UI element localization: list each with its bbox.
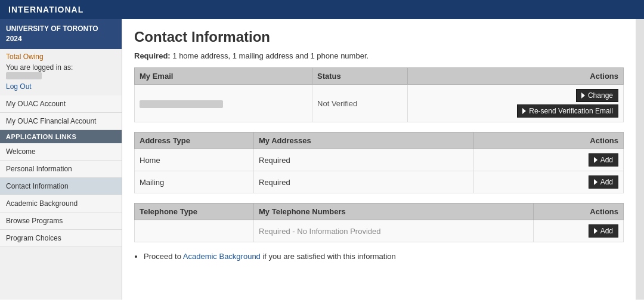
add-mailing-arrow-icon — [594, 179, 597, 185]
address-type-mailing: Mailing — [135, 171, 254, 193]
add-home-address-button[interactable]: Add — [589, 153, 618, 167]
change-email-button[interactable]: Change — [576, 89, 618, 102]
sidebar-section-header: APPLICATION LINKS — [0, 130, 122, 143]
sidebar-item-program-choices[interactable]: Program Choices — [0, 230, 122, 247]
address-actions-home: Add — [473, 149, 623, 171]
sidebar: UNIVERSITY OF TORONTO 2024 Total Owing Y… — [0, 19, 122, 300]
address-actions-mailing: Add — [473, 171, 623, 193]
user-name-blurred — [6, 72, 42, 79]
sidebar-item-contact-information[interactable]: Contact Information — [0, 178, 122, 195]
add-phone-button[interactable]: Add — [589, 224, 618, 238]
academic-background-link[interactable]: Academic Background — [183, 252, 261, 261]
phone-status: Required - No Information Provided — [254, 220, 534, 242]
resend-verification-button[interactable]: Re-send Verification Email — [517, 104, 618, 118]
address-type-home: Home — [135, 149, 254, 171]
top-bar-label: INTERNATIONAL — [8, 5, 83, 14]
address-value-home: Required — [254, 149, 474, 171]
page-title: Contact Information — [134, 29, 624, 45]
email-blurred — [140, 100, 223, 108]
phone-numbers-col-header: My Telephone Numbers — [254, 204, 534, 220]
sidebar-item-academic-background[interactable]: Academic Background — [0, 195, 122, 212]
phone-type-col-header: Telephone Type — [135, 204, 254, 220]
sidebar-university: UNIVERSITY OF TORONTO 2024 — [0, 19, 122, 49]
add-mailing-address-button[interactable]: Add — [589, 175, 618, 189]
phone-actions-col-header: Actions — [533, 204, 623, 220]
address-actions-col-header: Actions — [473, 132, 623, 149]
scrollbar[interactable] — [636, 19, 644, 300]
sidebar-item-browse-programs[interactable]: Browse Programs — [0, 212, 122, 230]
email-row: Not Verified Change Re-send Verification… — [135, 85, 624, 122]
top-bar: INTERNATIONAL — [0, 0, 644, 19]
address-row-mailing: Mailing Required Add — [135, 171, 624, 193]
main-content: Contact Information Required: 1 home add… — [122, 19, 636, 300]
address-row-home: Home Required Add — [135, 149, 624, 171]
sidebar-item-personal-information[interactable]: Personal Information — [0, 161, 122, 178]
phone-actions: Add — [533, 220, 623, 242]
email-cell — [135, 85, 312, 122]
log-out-link[interactable]: Log Out — [0, 81, 122, 95]
address-table: Address Type My Addresses Actions Home R… — [134, 132, 624, 193]
proceed-note: Proceed to Academic Background if you ar… — [134, 252, 624, 261]
address-type-col-header: Address Type — [135, 132, 254, 149]
my-addresses-col-header: My Addresses — [254, 132, 474, 149]
required-note: Required: 1 home address, 1 mailing addr… — [134, 51, 624, 60]
email-actions: Change Re-send Verification Email — [407, 85, 623, 122]
status-col-header: Status — [312, 68, 408, 85]
email-status: Not Verified — [312, 85, 408, 122]
add-home-arrow-icon — [594, 157, 597, 163]
sidebar-item-my-ouac-financial-account[interactable]: My OUAC Financial Account — [0, 113, 122, 130]
phone-row: Required - No Information Provided Add — [135, 220, 624, 242]
sidebar-item-my-ouac-account[interactable]: My OUAC Account — [0, 95, 122, 113]
actions-col-header: Actions — [407, 68, 623, 85]
phone-table: Telephone Type My Telephone Numbers Acti… — [134, 203, 624, 242]
email-col-header: My Email — [135, 68, 312, 85]
phone-type-cell — [135, 220, 254, 242]
sidebar-item-welcome[interactable]: Welcome — [0, 143, 122, 161]
logged-in-as-text: You are logged in as: — [0, 62, 122, 81]
address-value-mailing: Required — [254, 171, 474, 193]
email-table: My Email Status Actions Not Verified — [134, 67, 624, 122]
add-phone-arrow-icon — [594, 228, 597, 234]
change-arrow-icon — [581, 93, 585, 98]
resend-arrow-icon — [522, 108, 526, 114]
total-owing-link[interactable]: Total Owing — [0, 49, 122, 62]
